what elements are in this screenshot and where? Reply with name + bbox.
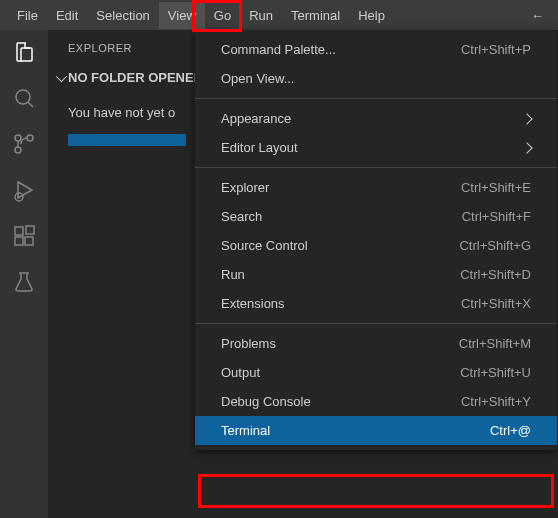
svg-rect-8 — [15, 237, 23, 245]
menu-item-label: Run — [221, 267, 245, 282]
menu-item-label: Extensions — [221, 296, 285, 311]
chevron-right-icon — [521, 142, 532, 153]
menu-item-explorer[interactable]: ExplorerCtrl+Shift+E — [195, 173, 557, 202]
svg-point-0 — [16, 90, 30, 104]
menu-item-output[interactable]: OutputCtrl+Shift+U — [195, 358, 557, 387]
extensions-icon[interactable] — [12, 224, 36, 248]
menu-item-label: Terminal — [221, 423, 270, 438]
view-menu-dropdown: Command Palette...Ctrl+Shift+POpen View.… — [195, 30, 557, 450]
activity-bar — [0, 30, 48, 518]
menu-item-shortcut: Ctrl+@ — [490, 423, 531, 438]
menu-help[interactable]: Help — [349, 2, 394, 29]
svg-point-3 — [15, 147, 21, 153]
menu-item-shortcut: Ctrl+Shift+M — [459, 336, 531, 351]
menu-item-label: Editor Layout — [221, 140, 298, 155]
menu-item-label: Debug Console — [221, 394, 311, 409]
svg-rect-9 — [25, 237, 33, 245]
menu-item-terminal[interactable]: TerminalCtrl+@ — [195, 416, 557, 445]
svg-line-1 — [28, 102, 33, 107]
menu-item-open-view[interactable]: Open View... — [195, 64, 557, 93]
menu-item-search[interactable]: SearchCtrl+Shift+F — [195, 202, 557, 231]
menu-item-label: Command Palette... — [221, 42, 336, 57]
menu-file[interactable]: File — [8, 2, 47, 29]
menu-item-extensions[interactable]: ExtensionsCtrl+Shift+X — [195, 289, 557, 318]
menu-item-editor-layout[interactable]: Editor Layout — [195, 133, 557, 162]
menu-item-command-palette[interactable]: Command Palette...Ctrl+Shift+P — [195, 35, 557, 64]
menu-item-debug-console[interactable]: Debug ConsoleCtrl+Shift+Y — [195, 387, 557, 416]
svg-point-4 — [15, 135, 21, 141]
menu-selection[interactable]: Selection — [87, 2, 158, 29]
run-debug-icon[interactable] — [12, 178, 36, 202]
menu-separator — [195, 323, 557, 324]
menu-item-label: Problems — [221, 336, 276, 351]
svg-marker-5 — [18, 182, 32, 198]
menu-item-run[interactable]: RunCtrl+Shift+D — [195, 260, 557, 289]
menu-item-shortcut: Ctrl+Shift+U — [460, 365, 531, 380]
menu-item-shortcut: Ctrl+Shift+G — [459, 238, 531, 253]
menu-item-appearance[interactable]: Appearance — [195, 104, 557, 133]
menu-item-shortcut: Ctrl+Shift+E — [461, 180, 531, 195]
menu-separator — [195, 98, 557, 99]
menu-edit[interactable]: Edit — [47, 2, 87, 29]
chevron-right-icon — [521, 113, 532, 124]
svg-rect-10 — [26, 226, 34, 234]
open-folder-button[interactable] — [68, 134, 186, 146]
menu-item-label: Explorer — [221, 180, 269, 195]
menu-terminal[interactable]: Terminal — [282, 2, 349, 29]
menu-item-problems[interactable]: ProblemsCtrl+Shift+M — [195, 329, 557, 358]
menu-item-label: Appearance — [221, 111, 291, 126]
source-control-icon[interactable] — [12, 132, 36, 156]
menu-item-source-control[interactable]: Source ControlCtrl+Shift+G — [195, 231, 557, 260]
svg-point-2 — [27, 135, 33, 141]
menu-item-label: Source Control — [221, 238, 308, 253]
window-back-icon[interactable]: ← — [517, 2, 558, 29]
chevron-down-icon — [56, 70, 67, 81]
menu-view[interactable]: View — [159, 2, 205, 29]
menu-item-shortcut: Ctrl+Shift+F — [462, 209, 531, 224]
menubar: FileEditSelectionViewGoRunTerminalHelp ← — [0, 0, 558, 30]
menu-item-label: Open View... — [221, 71, 294, 86]
explorer-icon[interactable] — [12, 40, 36, 64]
menu-item-shortcut: Ctrl+Shift+P — [461, 42, 531, 57]
menu-separator — [195, 167, 557, 168]
menu-item-shortcut: Ctrl+Shift+D — [460, 267, 531, 282]
menu-item-label: Search — [221, 209, 262, 224]
svg-rect-7 — [15, 227, 23, 235]
menu-go[interactable]: Go — [205, 2, 240, 29]
search-icon[interactable] — [12, 86, 36, 110]
testing-icon[interactable] — [12, 270, 36, 294]
menu-item-shortcut: Ctrl+Shift+Y — [461, 394, 531, 409]
menu-item-label: Output — [221, 365, 260, 380]
menu-run[interactable]: Run — [240, 2, 282, 29]
menu-item-shortcut: Ctrl+Shift+X — [461, 296, 531, 311]
sidebar-section-label: NO FOLDER OPENED — [68, 70, 203, 85]
